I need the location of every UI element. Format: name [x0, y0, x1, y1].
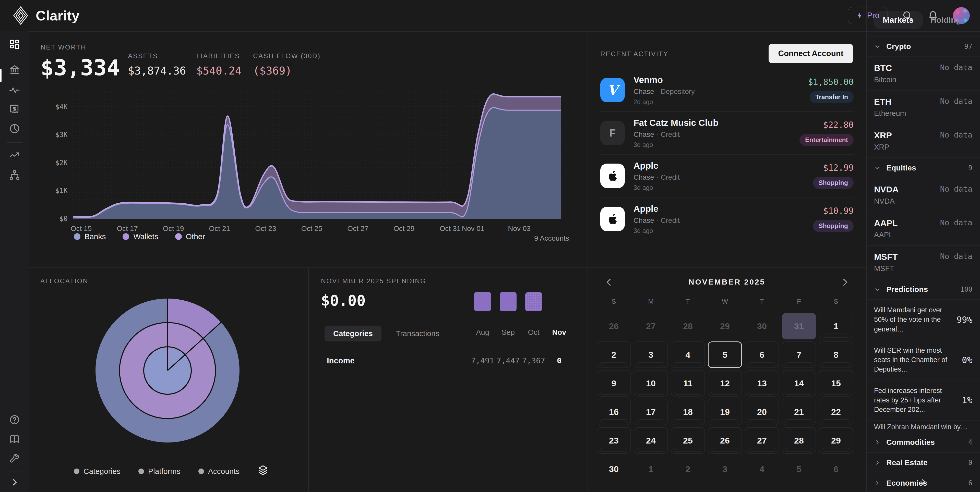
activity-row[interactable]: F Fat Catz Music Club Chase·Credit 3d ag…	[600, 112, 854, 155]
calendar-day-cell[interactable]: 26	[708, 427, 742, 454]
calendar-day-cell[interactable]: 27	[745, 427, 779, 454]
spending-bar[interactable]	[525, 292, 542, 311]
income-row[interactable]: Income 7,4917,4477,3670	[308, 354, 587, 370]
tab-transactions[interactable]: Transactions	[396, 329, 439, 338]
calendar-day-cell[interactable]: 31	[782, 313, 816, 340]
section-real-estate[interactable]: Real Estate 0	[866, 452, 980, 473]
allocation-legend-item[interactable]: Platforms	[138, 467, 181, 476]
calendar-day-cell[interactable]: 4	[671, 341, 705, 368]
calendar-next-icon[interactable]	[839, 277, 851, 288]
calendar-day-cell[interactable]: 10	[634, 370, 668, 397]
calendar-day-cell[interactable]: 5	[782, 456, 816, 482]
calendar-day-cell[interactable]: 23	[597, 427, 631, 454]
allocation-legend-item[interactable]: Categories	[74, 467, 121, 476]
calendar-day-cell[interactable]: 7	[782, 341, 816, 368]
category-badge[interactable]: Shopping	[813, 220, 854, 232]
calendar-day-cell[interactable]: 28	[782, 427, 816, 454]
calendar-day-cell[interactable]: 15	[819, 370, 853, 397]
trend-up-icon[interactable]	[9, 149, 21, 161]
calendar-day-cell[interactable]: 2	[671, 456, 705, 482]
section-crypto[interactable]: Crypto 97	[866, 36, 980, 56]
calendar-day-cell[interactable]: 21	[782, 398, 816, 425]
month-column-label[interactable]: Sep	[495, 328, 521, 336]
allocation-sunburst-chart[interactable]	[29, 267, 308, 492]
section-predictions[interactable]: Predictions 100	[866, 279, 980, 299]
calendar-day-cell[interactable]: 20	[745, 398, 779, 425]
legend-item[interactable]: Other	[175, 232, 205, 241]
calendar-day-cell[interactable]: 19	[708, 398, 742, 425]
category-badge[interactable]: Transfer In	[810, 91, 854, 103]
allocation-legend-item[interactable]: Accounts	[199, 467, 240, 476]
calendar-day-cell[interactable]: 24	[634, 427, 668, 454]
calendar-day-cell[interactable]: 8	[819, 341, 853, 368]
calendar-day-cell[interactable]: 1	[634, 456, 668, 482]
calendar-day-cell[interactable]: 6	[819, 456, 853, 482]
activity-row[interactable]: Apple Chase·Credit 3d ago $12.99 Shoppin…	[600, 155, 854, 197]
calendar-day-cell[interactable]: 11	[671, 370, 705, 397]
calendar-day-cell[interactable]: 1	[819, 313, 853, 340]
bell-icon[interactable]	[928, 10, 939, 21]
pro-badge[interactable]: Pro	[848, 7, 888, 24]
calendar-day-cell[interactable]: 9	[597, 370, 631, 397]
calendar-day-cell[interactable]: 17	[634, 398, 668, 425]
dashboard-icon[interactable]	[9, 38, 21, 50]
calendar-day-cell[interactable]: 14	[782, 370, 816, 397]
tab-categories[interactable]: Categories	[325, 325, 382, 341]
activity-pulse-icon[interactable]	[9, 84, 21, 96]
docs-book-icon[interactable]	[9, 433, 21, 445]
month-column-label[interactable]: Aug	[470, 328, 495, 336]
calendar-day-cell[interactable]: 16	[597, 398, 631, 425]
calendar-day-cell[interactable]: 3	[708, 456, 742, 482]
quote-row[interactable]: BTCBitcoinNo data	[866, 56, 980, 90]
calendar-day-cell[interactable]: 6	[745, 341, 779, 368]
calendar-day-cell[interactable]: 22	[819, 398, 853, 425]
section-commodities[interactable]: Commodities 4	[866, 432, 980, 452]
calendar-day-cell[interactable]: 29	[708, 313, 742, 340]
quote-row[interactable]: MSFTMSFTNo data	[866, 245, 980, 279]
calendar-day-cell[interactable]: 28	[671, 313, 705, 340]
calendar-day-cell[interactable]: 25	[671, 427, 705, 454]
calendar-day-cell[interactable]: 18	[671, 398, 705, 425]
bill-icon[interactable]	[9, 103, 21, 114]
sidebar-collapse-button[interactable]	[866, 471, 980, 492]
legend-item[interactable]: Wallets	[123, 232, 158, 241]
quote-row[interactable]: NVDANVDANo data	[866, 178, 980, 211]
pie-chart-icon[interactable]	[9, 123, 21, 135]
activity-row[interactable]: Apple Chase·Credit 3d ago $10.99 Shoppin…	[600, 197, 854, 240]
calendar-day-cell[interactable]: 5	[708, 341, 742, 368]
connections-icon[interactable]	[9, 169, 21, 181]
expand-sidebar-icon[interactable]	[10, 477, 20, 487]
layers-icon[interactable]	[257, 464, 269, 477]
quote-row[interactable]: ETHEthereumNo data	[866, 90, 980, 124]
calendar-day-cell[interactable]: 13	[745, 370, 779, 397]
month-column-label[interactable]: Nov	[546, 328, 572, 336]
spending-bar[interactable]	[474, 292, 491, 311]
activity-row[interactable]: V Venmo Chase·Depository 2d ago $1,850.0…	[600, 69, 854, 112]
spending-bar[interactable]	[500, 292, 517, 311]
bank-icon[interactable]	[9, 64, 21, 76]
calendar-day-cell[interactable]: 26	[597, 313, 631, 340]
prediction-row[interactable]: Will SER win the most seats in the Chamb…	[866, 340, 980, 380]
quote-row[interactable]: AAPLAAPLNo data	[866, 211, 980, 245]
calendar-day-cell[interactable]: 4	[745, 456, 779, 482]
section-equities[interactable]: Equities 9	[866, 157, 980, 178]
category-badge[interactable]: Shopping	[813, 177, 854, 189]
tools-wrench-icon[interactable]	[9, 453, 21, 465]
prediction-row[interactable]: Will Mamdani get over 50% of the vote in…	[866, 299, 980, 340]
prediction-row[interactable]: Fed increases interest rates by 25+ bps …	[866, 380, 980, 420]
calendar-day-cell[interactable]: 30	[597, 456, 631, 482]
connect-account-button[interactable]: Connect Account	[768, 44, 853, 63]
category-badge[interactable]: Entertainment	[799, 134, 854, 146]
help-icon[interactable]	[9, 414, 21, 425]
legend-item[interactable]: Banks	[74, 232, 106, 241]
month-column-label[interactable]: Oct	[521, 328, 546, 336]
calendar-day-cell[interactable]: 3	[634, 341, 668, 368]
quote-row[interactable]: XRPXRPNo data	[866, 124, 980, 157]
calendar-day-cell[interactable]: 27	[634, 313, 668, 340]
prediction-row-clipped[interactable]: Will Zohran Mamdani win by…	[866, 420, 980, 432]
search-icon[interactable]	[902, 10, 913, 21]
calendar-day-cell[interactable]: 30	[745, 313, 779, 340]
calendar-day-cell[interactable]: 2	[597, 341, 631, 368]
user-avatar[interactable]	[953, 7, 970, 24]
calendar-day-cell[interactable]: 29	[819, 427, 853, 454]
